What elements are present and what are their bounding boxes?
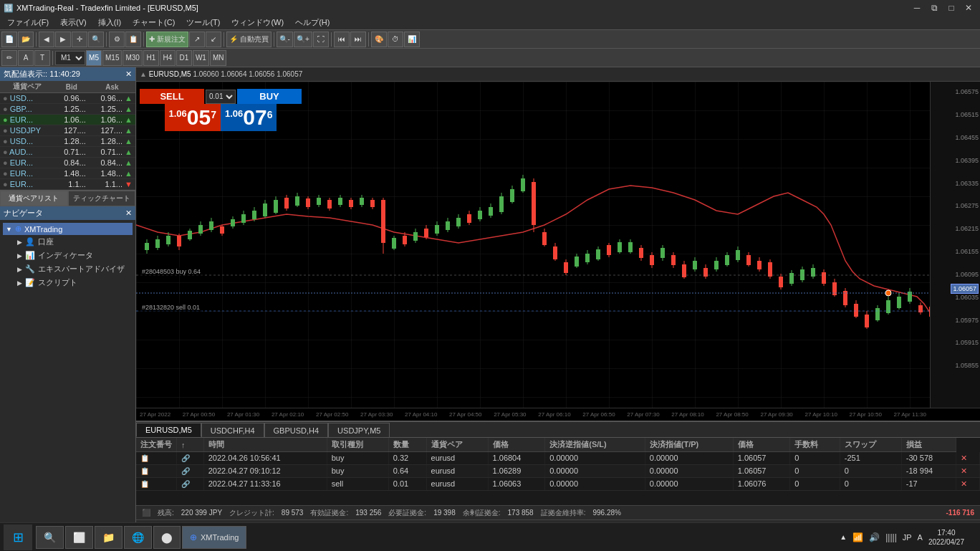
tf-mn[interactable]: MN [210, 50, 227, 66]
oclose-1[interactable]: ✕ [956, 464, 979, 477]
sell-button[interactable]: SELL [140, 89, 204, 104]
close-button[interactable]: ✕ [961, 2, 976, 14]
nav-xmtrading[interactable]: ▼ ⊕ XMTrading [3, 223, 133, 235]
menu-help[interactable]: ヘルプ(H) [289, 16, 335, 30]
quote-close-icon[interactable]: ✕ [125, 70, 132, 79]
chart-container[interactable]: EAしん🔧 [136, 82, 980, 421]
quote-row-5[interactable]: ● AUD... 0.71... 0.71... ▲ [0, 147, 135, 158]
taskbar-taskview[interactable]: ⬜ [65, 526, 93, 549]
tb-properties[interactable]: ⚙ [109, 32, 125, 47]
tb-new-chart[interactable]: 📄 [1, 32, 17, 47]
otp-2: 0.00000 [645, 477, 733, 490]
tb2-2[interactable]: A [18, 50, 34, 66]
tf-d1[interactable]: D1 [176, 50, 192, 66]
taskbar-edge[interactable]: 🌐 [124, 526, 152, 549]
tray-lang-icon[interactable]: JP [903, 533, 912, 542]
system-clock[interactable]: 17:40 2022/04/27 [928, 528, 964, 547]
taskbar-xmtrading[interactable]: ⊕ XMTrading [182, 526, 246, 549]
tb-auto-trade[interactable]: ⚡ 自動売買 [226, 32, 272, 47]
menu-file[interactable]: ファイル(F) [1, 16, 54, 30]
quote-row-0[interactable]: ● USD... 0.96... 0.96... ▲ [0, 93, 135, 104]
order-row-0[interactable]: 📋 🔗 2022.04.26 10:56:41 buy 0.32 eurusd … [136, 452, 980, 465]
quote-row-3[interactable]: ● USDJPY 127.... 127.... ▲ [0, 125, 135, 136]
quote-row-4[interactable]: ● USD... 1.28... 1.28... ▲ [0, 136, 135, 147]
menu-window[interactable]: ウィンドウ(W) [226, 16, 289, 30]
svg-rect-70 [510, 189, 514, 202]
tray-network-icon[interactable]: 📶 [852, 532, 863, 542]
menu-tools[interactable]: ツール(T) [181, 16, 226, 30]
margin-label: 必要証拠金: [388, 508, 426, 518]
btab-eurusd-m5[interactable]: EURUSD,M5 [136, 423, 201, 437]
oclose-0[interactable]: ✕ [956, 452, 979, 465]
tb-zoom-2[interactable]: 🔍+ [294, 32, 312, 47]
tray-sound-icon[interactable]: 🔊 [869, 532, 880, 542]
taskbar-chrome[interactable]: ⬤ [153, 526, 181, 549]
nav-close-icon[interactable]: ✕ [125, 209, 132, 218]
taskbar-explorer[interactable]: 📁 [95, 526, 123, 549]
nav-expert[interactable]: ▶ 🔧 エキスパートアドバイザ [14, 262, 133, 276]
taskbar-search[interactable]: 🔍 [36, 526, 64, 549]
quote-row-2[interactable]: ● EUR... 1.06... 1.06... ▲ [0, 115, 135, 125]
tray-ime-icon[interactable]: A [918, 533, 923, 542]
tb-color[interactable]: 🎨 [371, 32, 387, 47]
tb-right[interactable]: ▶ [55, 32, 71, 47]
nav-indicator[interactable]: ▶ 📊 インディケータ [14, 249, 133, 262]
btab-usdchf-h4[interactable]: USDCHF,H4 [201, 423, 264, 437]
btab-gbpusd-h4[interactable]: GBPUSD,H4 [264, 423, 329, 437]
tb-left[interactable]: ◀ [39, 32, 54, 47]
maximize-button[interactable]: □ [943, 2, 959, 14]
tb-right2[interactable]: ⏭ [350, 32, 366, 47]
tf-m15[interactable]: M15 [102, 50, 122, 66]
chart-body[interactable]: 1.06575 1.06515 1.06455 1.06395 1.06335 … [136, 82, 980, 408]
tb-new-order[interactable]: ✚ 新規注文 [146, 32, 188, 47]
tf-h1[interactable]: H1 [143, 50, 159, 66]
order-row-2[interactable]: 📋 🔗 2022.04.27 11:33:16 sell 0.01 eurusd… [136, 477, 980, 490]
tb-zoom-1[interactable]: 🔍- [277, 32, 293, 47]
btab-usdjpy-m5[interactable]: USDJPY,M5 [328, 423, 390, 437]
tb-sell[interactable]: ↙ [206, 32, 221, 47]
timeframe-m1[interactable]: M1 [55, 51, 85, 65]
orders-table-wrap[interactable]: 注文番号 ↑ 時間 取引種別 数量 通貨ペア 価格 決済逆指値(S/L) 決済指… [136, 438, 980, 505]
tb-zoom-in[interactable]: 🔍 [88, 32, 104, 47]
tf-m5[interactable]: M5 [86, 50, 102, 66]
nav-script[interactable]: ▶ 📝 スクリプト [14, 276, 133, 289]
oclose-2[interactable]: ✕ [956, 477, 979, 490]
tb-chart-opt[interactable]: 📊 [404, 32, 420, 47]
tf-m30[interactable]: M30 [123, 50, 142, 66]
explorer-icon: 📁 [102, 532, 115, 543]
tb2-1[interactable]: ✏ [1, 50, 17, 66]
start-button[interactable]: ⊞ [4, 524, 32, 550]
tf-h4[interactable]: H4 [160, 50, 176, 66]
tb2-3[interactable]: T [34, 50, 50, 66]
tab-tick-chart[interactable]: ティックチャート [68, 191, 136, 206]
tb-open[interactable]: 📂 [18, 32, 34, 47]
tb-template[interactable]: 📋 [125, 32, 141, 47]
buy-button[interactable]: BUY [237, 89, 302, 104]
title-bar-controls[interactable]: ─ ⧉ □ ✕ [909, 2, 976, 14]
minimize-button[interactable]: ─ [909, 2, 925, 14]
quote-tbody[interactable]: ● USD... 0.96... 0.96... ▲ ● GBP... 1.25… [0, 93, 135, 190]
order-row-1[interactable]: 📋 🔗 2022.04.27 09:10:12 buy 0.64 eurusd … [136, 464, 980, 477]
lot-selector[interactable]: 0.01 0.1 1.0 [206, 90, 236, 104]
menu-chart[interactable]: チャート(C) [127, 16, 181, 30]
tray-up-icon[interactable]: ▲ [840, 533, 847, 541]
quote-row-6[interactable]: ● EUR... 0.84... 0.84... ▲ [0, 158, 135, 168]
tb-left2[interactable]: ⏮ [334, 32, 350, 47]
tb-buy[interactable]: ↗ [189, 32, 205, 47]
tb-full[interactable]: ⛶ [313, 32, 329, 47]
tb-clock[interactable]: ⏱ [388, 32, 403, 47]
menu-insert[interactable]: 挿入(I) [92, 16, 127, 30]
menu-view[interactable]: 表示(V) [54, 16, 92, 30]
tf-w1[interactable]: W1 [193, 50, 209, 66]
quote-row-8[interactable]: ● EUR... 1.1... 1.1... ▼ [0, 179, 135, 190]
quote-row-1[interactable]: ● GBP... 1.25... 1.25... ▲ [0, 104, 135, 115]
col-arrow[interactable]: ↑ [177, 438, 204, 452]
tb-crosshair[interactable]: ✛ [72, 32, 87, 47]
price-7: 1.06215 [955, 225, 979, 232]
title-text: XMTrading-Real - Tradexfin Limited - [EU… [16, 4, 198, 12]
restore-button[interactable]: ⧉ [926, 2, 942, 14]
windows-icon: ⊞ [13, 530, 24, 545]
nav-account[interactable]: ▶ 👤 口座 [14, 235, 133, 249]
tab-pair-list[interactable]: 通貨ペアリスト [0, 191, 68, 206]
quote-row-7[interactable]: ● EUR... 1.48... 1.48... ▲ [0, 168, 135, 179]
